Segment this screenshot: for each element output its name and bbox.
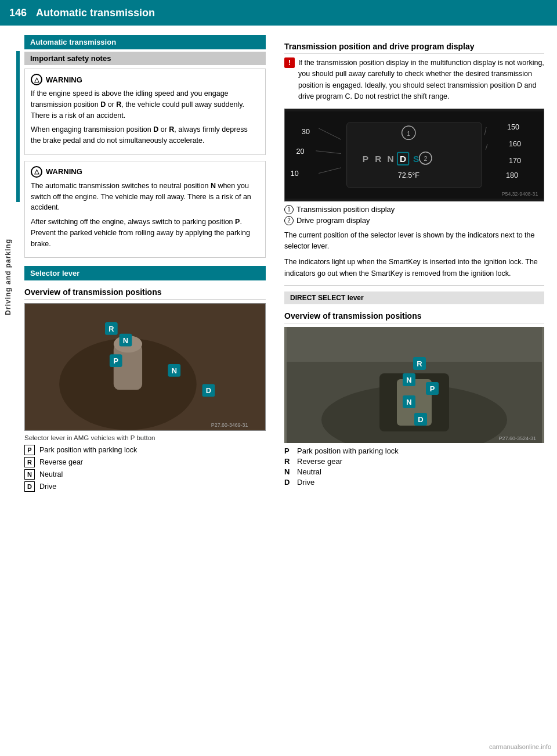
warning-triangle-icon-2: △ [31, 166, 42, 178]
ds-key-D: D [284, 478, 292, 487]
page-number: 146 [9, 7, 27, 19]
svg-text:R: R [375, 154, 381, 164]
exclaim-icon: ! [284, 57, 295, 68]
svg-text:P27.60-3524-31: P27.60-3524-31 [498, 435, 536, 441]
annotation-1: 1 Transmission position display [284, 205, 544, 214]
circle-1: 1 [284, 205, 294, 214]
ds-text-D: Drive [297, 478, 314, 487]
badge-P: P [24, 445, 35, 455]
svg-text:N: N [172, 366, 177, 375]
right-column: Transmission position and drive program … [275, 35, 554, 494]
svg-text:1: 1 [407, 129, 410, 136]
svg-text:D: D [400, 154, 406, 164]
page-title: Automatic transmission [36, 7, 155, 19]
svg-text:P27.60-3469-31: P27.60-3469-31 [211, 423, 248, 429]
svg-text:P54.32-9408-31: P54.32-9408-31 [502, 191, 538, 197]
info-warning-text: If the transmission position display in … [298, 57, 544, 103]
section-header-automatic-transmission: Automatic transmission [24, 35, 266, 49]
legend-item-R: R Reverse gear [24, 457, 266, 467]
direct-select-svg: R N P N D P27.60-3524-31 [284, 327, 544, 443]
legend-item-D: D Drive [24, 481, 266, 492]
warning-box-1: △ WARNING If the engine speed is above t… [24, 69, 266, 155]
ds-key-N: N [284, 467, 292, 476]
ds-text-N: Neutral [297, 467, 321, 476]
ds-key-P: P [284, 447, 292, 455]
warning-text-1b: When engaging transmission position D or… [31, 124, 259, 146]
svg-text:150: 150 [507, 123, 519, 131]
svg-text:R: R [417, 359, 422, 368]
display-annotations: 1 Transmission position display 2 Drive … [284, 205, 544, 225]
svg-text:160: 160 [509, 139, 521, 147]
sidebar-label-text: Driving and parking [4, 239, 12, 315]
circle-2: 2 [284, 216, 294, 225]
body-text-1: The current position of the selector lev… [284, 230, 544, 253]
svg-text:D: D [418, 415, 423, 424]
svg-text:P: P [113, 357, 118, 365]
svg-text:N: N [387, 154, 393, 164]
ds-legend-N: N Neutral [284, 467, 544, 476]
svg-text:72.5°F: 72.5°F [398, 171, 420, 179]
ds-text-P: Park position with parking lock [297, 447, 399, 455]
multifunction-display-image: 30 20 10 1 P R N [284, 109, 544, 201]
legend-item-N: N Neutral [24, 469, 266, 480]
badge-R: R [24, 457, 35, 467]
annotation-2-text: Drive program display [296, 216, 370, 225]
svg-text:S: S [413, 154, 419, 164]
section-header-direct-select: DIRECT SELECT lever [284, 291, 544, 304]
svg-text:20: 20 [296, 147, 304, 155]
svg-text:R: R [108, 325, 114, 333]
warning-title-1: △ WARNING [31, 74, 259, 85]
page-header: 146 Automatic transmission [0, 0, 557, 26]
direct-select-image: R N P N D P27.60-3524-31 [284, 327, 544, 443]
badge-N: N [24, 469, 35, 480]
svg-text:D: D [206, 387, 211, 395]
legend-text-R: Reverse gear [39, 458, 83, 466]
left-column: Automatic transmission Important safety … [20, 35, 275, 494]
selector-lever-image: R N P N D P27.60-3469-31 [24, 303, 266, 431]
display-svg: 30 20 10 1 P R N [285, 109, 544, 201]
legend-item-P: P Park position with parking lock [24, 445, 266, 455]
svg-text:30: 30 [302, 127, 310, 135]
watermark: carmanualsonline.info [489, 743, 551, 750]
svg-text:2: 2 [424, 155, 427, 162]
img-caption-selector: Selector lever in AMG vehicles with P bu… [24, 434, 266, 441]
legend-text-P: Park position with parking lock [39, 446, 137, 454]
body-text-2: The indicators light up when the SmartKe… [284, 257, 544, 279]
warning-text-2a: The automatic transmission switches to n… [31, 181, 259, 213]
ds-key-R: R [284, 457, 292, 466]
annotation-1-text: Transmission position display [296, 205, 395, 214]
warning-text-2b: After switching off the engine, always s… [31, 217, 259, 249]
ds-legend-D: D Drive [284, 478, 544, 487]
svg-text:P: P [363, 154, 368, 164]
ds-legend-R: R Reverse gear [284, 457, 544, 466]
legend-text-N: Neutral [39, 470, 63, 478]
svg-text:N: N [406, 398, 411, 406]
info-warning-display: ! If the transmission position display i… [284, 57, 544, 103]
sidebar-label: Driving and parking [0, 51, 16, 503]
svg-text:N: N [123, 336, 128, 345]
section-header-safety-notes: Important safety notes [24, 52, 266, 65]
warning-title-2: △ WARNING [31, 166, 259, 178]
svg-text:180: 180 [506, 171, 518, 179]
badge-D: D [24, 481, 35, 492]
warning-triangle-icon-1: △ [31, 74, 42, 85]
overview-title-right: Overview of transmission positions [284, 311, 544, 323]
svg-text:N: N [406, 376, 411, 384]
section-header-selector-lever: Selector lever [24, 266, 266, 280]
divider-1 [284, 285, 544, 286]
main-content: Automatic transmission Important safety … [20, 26, 557, 503]
transmission-display-title: Transmission position and drive program … [284, 42, 544, 54]
ds-text-R: Reverse gear [297, 457, 342, 466]
direct-select-legend: P Park position with parking lock R Reve… [284, 447, 544, 487]
warning-text-1a: If the engine speed is above the idling … [31, 88, 259, 121]
annotation-2: 2 Drive program display [284, 216, 544, 225]
svg-text:10: 10 [291, 170, 299, 178]
svg-text:P: P [430, 384, 435, 393]
warning-box-2: △ WARNING The automatic transmission swi… [24, 161, 266, 258]
overview-title-left: Overview of transmission positions [24, 287, 266, 300]
legend-text-D: Drive [39, 483, 56, 491]
ds-legend-P: P Park position with parking lock [284, 447, 544, 455]
selector-lever-svg: R N P N D P27.60-3469-31 [25, 304, 265, 430]
svg-text:170: 170 [509, 157, 521, 165]
